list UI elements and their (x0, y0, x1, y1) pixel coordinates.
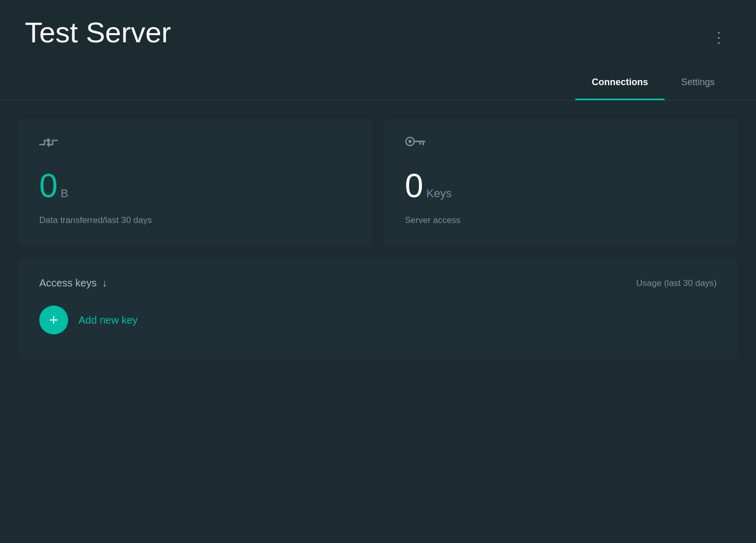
server-access-value: 0 (405, 167, 423, 205)
access-keys-header: Access keys ↓ Usage (last 30 days) (39, 277, 717, 289)
sort-down-icon[interactable]: ↓ (102, 277, 107, 289)
more-options-icon[interactable]: ⋮ (707, 25, 731, 50)
key-icon (405, 136, 426, 152)
stats-cards: 0 B Data transferred/last 30 days 0 Keys… (0, 101, 756, 252)
data-transfer-value: 0 (39, 167, 58, 205)
svg-rect-4 (419, 142, 421, 145)
usage-label: Usage (last 30 days) (636, 278, 717, 289)
data-transfer-card: 0 B Data transferred/last 30 days (19, 119, 372, 246)
tab-connections[interactable]: Connections (575, 71, 665, 94)
add-key-row: + Add new key (39, 306, 717, 334)
add-key-button[interactable]: + (39, 306, 68, 334)
tabs-nav: Connections Settings (0, 50, 756, 94)
tab-settings[interactable]: Settings (665, 71, 731, 94)
server-access-unit: Keys (427, 187, 452, 200)
server-access-description: Server access (405, 215, 717, 226)
data-transfer-unit: B (61, 187, 69, 200)
header: Test Server ⋮ (0, 0, 756, 50)
add-new-key-label[interactable]: Add new key (78, 314, 138, 326)
server-access-count-row: 0 Keys (405, 167, 717, 205)
access-keys-section: Access keys ↓ Usage (last 30 days) + Add… (19, 259, 737, 359)
plus-icon: + (49, 312, 58, 328)
transfer-icon (39, 136, 351, 152)
access-keys-title: Access keys (39, 277, 97, 289)
svg-rect-3 (422, 142, 424, 146)
svg-point-1 (408, 140, 412, 143)
data-transfer-count-row: 0 B (39, 167, 351, 205)
page-title: Test Server (25, 17, 171, 49)
svg-rect-2 (414, 141, 426, 142)
server-access-card: 0 Keys Server access (384, 119, 737, 246)
data-transfer-description: Data transferred/last 30 days (39, 215, 351, 226)
